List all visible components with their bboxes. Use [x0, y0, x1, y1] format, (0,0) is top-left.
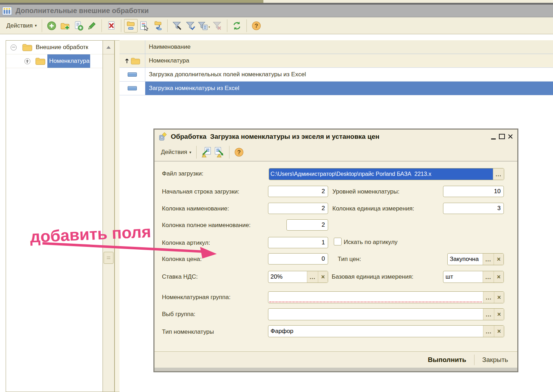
base-unit-clear-button[interactable]: × [494, 271, 503, 283]
sel-group-field[interactable]: ... × [268, 308, 504, 320]
maximize-icon[interactable] [497, 132, 506, 141]
full-name-col-input[interactable]: 2 [286, 219, 328, 231]
sel-group-clear-button[interactable]: × [494, 309, 504, 320]
vat-clear-button[interactable]: × [318, 271, 328, 283]
collapse-icon[interactable] [11, 44, 17, 51]
nom-group-value [268, 292, 483, 303]
folder-icon [131, 57, 140, 65]
refresh-icon[interactable] [230, 19, 244, 32]
filter-settings-icon[interactable] [170, 19, 184, 32]
toolbar-separator [246, 19, 247, 32]
help-icon[interactable]: ? [250, 19, 263, 32]
levels-label: Уровней номенклатуры: [332, 188, 400, 195]
price-type-select-button[interactable]: ... [483, 254, 494, 265]
levels-input[interactable]: 10 [443, 186, 504, 197]
dialog-help-icon[interactable]: ? [232, 145, 246, 159]
add-icon[interactable] [45, 19, 58, 32]
vat-value: 20% [268, 271, 307, 283]
file-input[interactable]: C:\Users\Администратор\Desktop\прайс Por… [269, 168, 504, 180]
toolbar-separator [42, 19, 42, 32]
nom-type-field[interactable]: Фарфор ... × [268, 325, 504, 337]
tree-scrollbar[interactable] [103, 40, 115, 392]
base-unit-value: шт [443, 271, 483, 283]
base-unit-select-button[interactable]: ... [483, 271, 494, 283]
screen: Дополнительные внешние обработки Действи… [0, 0, 553, 392]
scroll-up-button[interactable] [103, 41, 114, 54]
copy-icon[interactable] [72, 19, 85, 32]
price-type-label: Тип цен: [338, 256, 361, 263]
article-col-input[interactable]: 1 [268, 237, 328, 248]
base-unit-label: Базовая единица измерения: [332, 273, 413, 280]
sel-group-label: Выб группа: [162, 311, 196, 318]
dialog-footer: Выполнить Закрыть [155, 351, 517, 368]
nom-group-label: Номенклатурная группа: [162, 294, 231, 301]
folder-icon [35, 57, 45, 65]
scrollbar-thumb[interactable] [104, 252, 113, 264]
main-toolbar: Действия ▾ ? [0, 17, 553, 34]
nom-group-clear-button[interactable]: × [494, 292, 504, 303]
toolbar-separator [227, 19, 227, 32]
price-type-clear-button[interactable]: × [494, 254, 503, 265]
list-row-icon-cell [120, 54, 145, 67]
restore-settings-icon[interactable] [199, 145, 213, 159]
price-type-value: Закупочна [448, 254, 483, 265]
list-row-icon-cell [120, 82, 145, 95]
top-edge-strip-right [263, 0, 553, 3]
filter-edit-icon[interactable] [184, 19, 197, 32]
file-browse-button[interactable]: ... [493, 168, 504, 180]
actions-label: Действия [6, 22, 33, 29]
price-type-field[interactable]: Закупочна ... × [447, 253, 504, 265]
filter-by-value-icon[interactable] [197, 19, 211, 32]
tree-item-external-processings[interactable]: Внешние обработки [6, 41, 103, 54]
dialog-actions-menu-button[interactable]: Действия ▾ [159, 148, 193, 156]
list-header-name[interactable]: Наименование [145, 40, 553, 54]
file-input-value: C:\Users\Администратор\Desktop\прайс Por… [269, 168, 493, 180]
svg-text:?: ? [237, 149, 241, 155]
nom-type-value: Фарфор [268, 326, 483, 337]
minimize-icon[interactable] [489, 132, 497, 141]
nom-group-field[interactable]: ... × [268, 291, 504, 303]
list-row-group[interactable]: Номенклатура [120, 54, 553, 68]
list-row[interactable]: Загрузка дополнительных полей номенклату… [120, 68, 553, 82]
nom-type-label: Тип номенклатуры [162, 328, 214, 335]
toolbar-separator [167, 19, 168, 32]
select-items-icon[interactable] [138, 19, 151, 32]
tree-item-nomenclature[interactable]: Номенклатура [6, 54, 103, 68]
sel-group-select-button[interactable]: ... [483, 309, 494, 320]
list-header-icon-cell [120, 40, 145, 54]
execute-button[interactable]: Выполнить [426, 356, 468, 364]
hierarchy-view-icon[interactable] [124, 19, 138, 32]
list-header-row: Наименование [120, 40, 553, 54]
panel-splitter[interactable] [115, 40, 120, 392]
edit-icon[interactable] [85, 19, 99, 32]
actions-menu-button[interactable]: Действия ▾ [4, 22, 39, 30]
list-row-selected[interactable]: Загрузка номенклатуры из Excel [120, 82, 553, 95]
list-row-label: Загрузка дополнительных полей номенклату… [145, 68, 553, 81]
vat-label: Ставка НДС: [162, 273, 198, 280]
full-name-col-label: Колонка полное наименование: [162, 222, 251, 229]
nom-group-select-button[interactable]: ... [483, 292, 494, 303]
vat-select-button[interactable]: ... [307, 271, 318, 283]
file-label: Файл загрузки: [162, 170, 203, 177]
main-window-title: Дополнительные внешние обработки [16, 7, 149, 15]
tree-item-label: Внешние обработки [36, 44, 88, 51]
save-settings-icon[interactable] [213, 145, 226, 159]
add-group-icon[interactable] [58, 19, 72, 32]
processing-icon [128, 72, 137, 77]
delete-icon[interactable] [105, 19, 118, 32]
nom-type-select-button[interactable]: ... [483, 326, 494, 337]
vat-field[interactable]: 20% ... × [268, 271, 328, 283]
dialog-bottom-edge [154, 368, 518, 372]
search-by-article-checkbox[interactable] [334, 238, 342, 245]
list-row-icon-cell [120, 68, 145, 81]
close-icon[interactable] [506, 132, 514, 141]
unit-col-input[interactable]: 3 [443, 203, 504, 214]
base-unit-field[interactable]: шт ... × [443, 271, 504, 283]
name-col-input[interactable]: 2 [268, 203, 328, 214]
close-button[interactable]: Закрыть [480, 356, 510, 364]
start-row-input[interactable]: 2 [268, 186, 328, 197]
expand-icon[interactable] [24, 58, 30, 64]
price-col-input[interactable]: 0 [268, 253, 328, 265]
move-to-group-icon[interactable] [151, 19, 164, 32]
nom-type-clear-button[interactable]: × [494, 326, 504, 337]
